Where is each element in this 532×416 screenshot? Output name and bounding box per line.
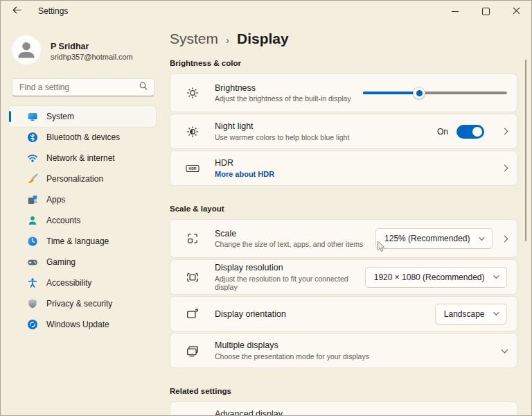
row-title: Multiple displays: [215, 340, 502, 350]
multiple-displays-icon: [186, 345, 200, 357]
row-subtitle: Change the size of text, apps, and other…: [215, 240, 375, 248]
chevron-down-icon[interactable]: [502, 346, 508, 353]
back-button[interactable]: [2, 1, 31, 21]
more-about-hdr-link[interactable]: More about HDR: [215, 170, 502, 178]
resolution-dropdown[interactable]: 1920 × 1080 (Recommended): [365, 267, 507, 288]
night-light-icon: [186, 125, 200, 138]
update-icon: [27, 319, 38, 330]
settings-search-box[interactable]: [12, 78, 154, 96]
person-icon: [27, 215, 38, 226]
toggle-knob: [472, 127, 482, 137]
scale-icon: [186, 232, 200, 245]
sidebar-item-accounts[interactable]: Accounts: [9, 210, 156, 231]
sidebar-item-network-internet[interactable]: Network & internet: [9, 148, 156, 168]
row-title: Display resolution: [215, 263, 365, 272]
sidebar-item-label: Time & language: [46, 236, 109, 246]
chevron-right-icon[interactable]: [502, 235, 508, 242]
hdr-row[interactable]: HDR HDR More about HDR: [170, 150, 517, 186]
orientation-icon: [186, 308, 200, 320]
chevron-right-icon[interactable]: [502, 128, 508, 135]
section-scale-layout: Scale & layout: [170, 205, 517, 213]
dropdown-value: 1920 × 1080 (Recommended): [374, 272, 485, 282]
sidebar-item-apps[interactable]: Apps: [9, 189, 156, 210]
accessibility-icon: [27, 277, 38, 288]
hdr-icon: HDR: [186, 163, 200, 174]
dropdown-value: Landscape: [444, 309, 485, 319]
row-subtitle: Choose the presentation mode for your di…: [215, 352, 502, 361]
advanced-display-row[interactable]: Advanced display Display information, re…: [170, 401, 517, 415]
sidebar-item-accessibility[interactable]: Accessibility: [9, 272, 156, 293]
row-title: Brightness: [215, 83, 355, 93]
resolution-icon: [186, 271, 200, 284]
system-icon: [27, 111, 38, 122]
sidebar-item-bluetooth-devices[interactable]: Bluetooth & devices: [9, 127, 156, 148]
orientation-dropdown[interactable]: Landscape: [435, 304, 507, 324]
selected-indicator: [9, 111, 11, 122]
row-title: Night light: [215, 121, 437, 131]
avatar: [12, 35, 41, 67]
sidebar-item-windows-update[interactable]: Windows Update: [9, 314, 156, 335]
user-email: sridhp357@hotmail.com: [51, 53, 133, 61]
sidebar-item-label: Network & internet: [46, 153, 115, 163]
paintbrush-icon: [27, 173, 38, 184]
dropdown-value: 125% (Recommended): [384, 234, 470, 243]
minimize-button[interactable]: [440, 1, 470, 21]
user-account-block[interactable]: P Sridhar sridhp357@hotmail.com: [12, 35, 167, 67]
chevron-right-icon[interactable]: [502, 165, 508, 172]
display-orientation-row: Display orientation Landscape: [170, 296, 517, 331]
wifi-icon: [27, 153, 38, 164]
sidebar-item-label: Accounts: [46, 216, 80, 225]
search-icon: [139, 81, 148, 94]
multiple-displays-row[interactable]: Multiple displays Choose the presentatio…: [170, 333, 517, 368]
shield-icon: [27, 298, 38, 309]
app-title: Settings: [38, 6, 68, 16]
sidebar-nav: System Bluetooth & devices Network & int…: [9, 106, 167, 335]
row-subtitle: Use warmer colors to help block blue lig…: [215, 133, 437, 141]
row-title: Display orientation: [215, 309, 435, 319]
back-arrow-icon: [12, 5, 22, 18]
bluetooth-icon: [27, 132, 38, 143]
maximize-button[interactable]: [470, 1, 501, 21]
section-brightness-color: Brightness & color: [170, 59, 517, 67]
sidebar-item-label: Windows Update: [46, 320, 109, 329]
scale-dropdown[interactable]: 125% (Recommended): [375, 228, 493, 249]
sidebar-item-system[interactable]: System: [9, 106, 156, 127]
sidebar-item-time-language[interactable]: Time & language: [9, 231, 156, 252]
brightness-slider[interactable]: [363, 86, 507, 100]
night-light-row[interactable]: Night light Use warmer colors to help bl…: [170, 114, 517, 149]
user-name: P Sridhar: [51, 42, 133, 51]
slider-fill: [363, 92, 419, 94]
titlebar: Settings: [1, 1, 531, 21]
row-title: Scale: [215, 229, 375, 239]
row-subtitle: Adjust the brightness of the built-in di…: [215, 94, 355, 103]
chevron-down-icon: [479, 235, 484, 241]
chevron-down-icon: [493, 310, 499, 315]
sidebar-item-label: Accessibility: [46, 278, 91, 288]
clock-globe-icon: [27, 236, 38, 247]
section-related-settings: Related settings: [170, 387, 517, 395]
sidebar-item-label: System: [46, 112, 74, 121]
page-title: Display: [237, 31, 289, 47]
slider-thumb[interactable]: [413, 87, 425, 99]
night-light-toggle[interactable]: [456, 125, 484, 139]
sidebar-item-privacy-security[interactable]: Privacy & security: [9, 293, 156, 314]
brightness-row: Brightness Adjust the brightness of the …: [170, 73, 517, 112]
brightness-icon: [186, 87, 200, 99]
minimize-icon: [452, 11, 459, 12]
maximize-icon: [482, 8, 490, 15]
toggle-state-label: On: [437, 127, 448, 137]
vertical-scrollbar[interactable]: [525, 60, 527, 241]
row-subtitle: Adjust the resolution to fit your connec…: [215, 275, 365, 291]
sidebar-item-label: Bluetooth & devices: [46, 132, 120, 142]
advanced-display-icon: [186, 413, 200, 416]
sidebar-item-gaming[interactable]: Gaming: [9, 252, 156, 272]
scale-row[interactable]: Scale Change the size of text, apps, and…: [170, 219, 517, 258]
sidebar: P Sridhar sridhp357@hotmail.com System B…: [1, 21, 167, 415]
search-input[interactable]: [18, 82, 139, 93]
display-resolution-row: Display resolution Adjust the resolution…: [170, 259, 517, 295]
breadcrumb-system[interactable]: System: [170, 31, 218, 47]
sidebar-item-personalization[interactable]: Personalization: [9, 168, 156, 189]
close-button[interactable]: [501, 1, 531, 21]
row-title: HDR: [215, 158, 502, 168]
breadcrumb: System › Display: [170, 31, 517, 47]
